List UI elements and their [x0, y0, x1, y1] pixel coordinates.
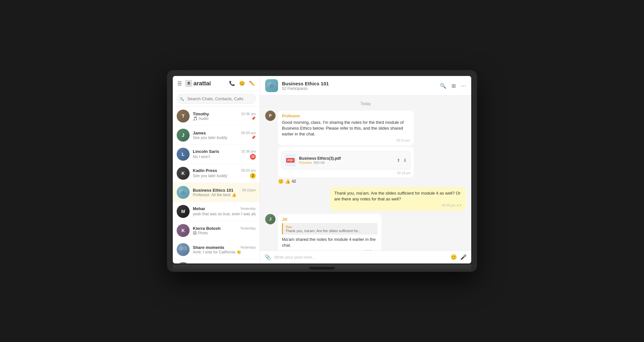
pin-icon: 📌	[251, 135, 256, 140]
chat-avatar: T	[177, 110, 190, 123]
chat-list-item[interactable]: L Lincoln Saris 10:36 am No I won't 16	[173, 145, 260, 164]
emoji-input-icon[interactable]: 🙂	[451, 254, 457, 260]
logo: 🖹 arattai	[185, 80, 211, 87]
pdf-icon: PDF	[285, 154, 296, 166]
message-bubble-group: Professor Good morning, class. I'm shari…	[278, 111, 414, 184]
preview-text: Professor: All the best 👍	[193, 193, 236, 197]
chat-time: 09:20 pm	[241, 168, 256, 172]
chat-name-row: Business Ethics 101 09:15am	[193, 188, 256, 193]
date-divider: Today	[265, 102, 466, 106]
main-chat: Business Ethics 101 52 Participants 🔍 ⊞ …	[260, 76, 471, 263]
chat-preview: See you later buddy 2	[193, 173, 256, 179]
chat-list-item[interactable]: K Kadin Press 09:20 pm See you later bud…	[173, 164, 260, 183]
chat-list-item[interactable]: Business Ethics 101 09:15am Professor: A…	[173, 183, 260, 202]
chat-name-row: Timothy 10:36 am	[193, 112, 256, 116]
search-chat-icon[interactable]: 🔍	[440, 83, 446, 89]
chat-list-item[interactable]: K Kierra Botosh Yesterday I love yellow,…	[173, 259, 260, 263]
quoted-text: Thank you, ma'am. Are the slides suffici…	[286, 229, 375, 233]
chat-info: Business Ethics 101 09:15am Professor: A…	[193, 188, 256, 197]
svg-point-10	[269, 84, 274, 89]
chat-info: Lincoln Saris 10:36 am No I won't 16	[193, 149, 256, 160]
chat-time: 10:36 am	[241, 112, 256, 116]
chat-name-row: Lincoln Saris 10:36 am	[193, 149, 256, 154]
message-input[interactable]	[274, 255, 447, 260]
chat-avatar: M	[177, 205, 190, 218]
pdf-attachment: PDF Business Ethics(3).pdf Preview 800 k…	[281, 151, 410, 169]
chat-indicators: 2	[250, 173, 256, 179]
grid-icon[interactable]: ⊞	[452, 83, 456, 89]
pdf-preview-link[interactable]: Preview	[299, 161, 312, 165]
chat-list-item[interactable]: T Timothy 10:36 am 🎵 Audio 📌	[173, 107, 260, 126]
chat-preview: 🎵 Audio 📌	[193, 116, 256, 121]
message-avatar: P	[265, 111, 275, 121]
chat-name: Lincoln Saris	[193, 149, 219, 154]
chat-name-row: James 09:20 pm	[193, 131, 256, 135]
chat-name: Business Ethics 101	[193, 188, 234, 193]
chat-info: Kadin Press 09:20 pm See you later buddy…	[193, 168, 256, 179]
quoted-sender: You	[286, 225, 375, 229]
pin-icon: 📌	[251, 116, 256, 121]
chat-indicators: 📌	[251, 135, 256, 140]
chat-info: Mehar Yesterday yeah that was so true, e…	[193, 206, 256, 217]
preview-text: No I won't	[193, 155, 210, 159]
pdf-info: Business Ethics(3).pdf Preview 800 kB	[299, 156, 393, 165]
chat-name-row: Kierra Botosh Yesterday	[193, 226, 256, 231]
download-icon[interactable]: ⬇	[403, 158, 407, 163]
message-row: P Professor Good morning, class. I'm sha…	[265, 111, 466, 184]
pdf-actions: ⬆ ⬇	[397, 158, 407, 163]
chat-list-item[interactable]: M Mehar Yesterday yeah that was so true,…	[173, 202, 260, 221]
compose-icon[interactable]: ✏️	[249, 80, 255, 86]
outgoing-time: 09:45 pm ✓✓	[334, 203, 462, 208]
hamburger-icon[interactable]: ☰	[177, 80, 182, 87]
chat-time: 10:36 am	[241, 149, 256, 153]
outgoing-text: Thank you, ma'am. Are the slides suffici…	[334, 190, 462, 202]
reaction-add[interactable]: 🙂	[278, 179, 284, 184]
more-icon[interactable]: ⋯	[461, 83, 466, 89]
sidebar: ☰ 🖹 arattai 📞 😊 ✏️	[173, 76, 260, 263]
chat-preview: Amit: I vote for California 👏	[193, 250, 256, 254]
chat-avatar: L	[177, 148, 190, 161]
chat-indicators: 16	[250, 154, 256, 160]
chat-avatar: K	[177, 167, 190, 180]
mic-icon[interactable]: 🎤	[460, 254, 467, 260]
quoted-message: You Thank you, ma'am. Are the slides suf…	[282, 223, 378, 235]
chat-header-name: Business Ethics 101	[282, 81, 436, 86]
preview-text: 🖼 Photo	[193, 231, 208, 235]
pdf-filename: Business Ethics(3).pdf	[299, 156, 393, 161]
jill-message-row: J Jill You Thank you, ma'am. Are the sli…	[265, 214, 466, 251]
reaction-emoji: 👍	[285, 179, 290, 184]
attachment-time: 09:18 pm	[281, 171, 410, 175]
chat-info: Timothy 10:36 am 🎵 Audio 📌	[193, 112, 256, 121]
jill-bubble: Jill You Thank you, ma'am. Are the slide…	[278, 214, 381, 251]
laptop-notch	[309, 267, 335, 270]
chat-preview: yeah that was so true, even I was plan..…	[193, 211, 256, 217]
chat-time: Yesterday	[240, 207, 256, 210]
preview-text: yeah that was so true, even I was plan..…	[193, 212, 256, 216]
chat-time: 09:15am	[242, 188, 256, 192]
chat-preview: 🖼 Photo	[193, 231, 256, 235]
messages-area: Today P Professor Good morning, class. I…	[260, 96, 471, 251]
unread-badge: 16	[250, 154, 256, 160]
chat-name-row: Kadin Press 09:20 pm	[193, 168, 256, 173]
chat-avatar: J	[177, 129, 190, 142]
chat-list-item[interactable]: J James 09:20 pm See you later buddy 📌	[173, 126, 260, 145]
emoji-icon[interactable]: 😊	[239, 80, 245, 86]
app-container: ☰ 🖹 arattai 📞 😊 ✏️	[173, 76, 471, 263]
chat-info: James 09:20 pm See you later buddy 📌	[193, 131, 256, 140]
svg-point-3	[179, 246, 183, 251]
chat-list-item[interactable]: Share moments Yesterday Amit: I vote for…	[173, 240, 260, 259]
chat-preview: No I won't 16	[193, 154, 256, 160]
chat-info: Kierra Botosh Yesterday 🖼 Photo	[193, 226, 256, 235]
share-icon[interactable]: ⬆	[397, 158, 400, 163]
attach-icon[interactable]: 📎	[265, 254, 271, 260]
chat-header-actions: 🔍 ⊞ ⋯	[440, 83, 466, 89]
message-row-outgoing: Thank you, ma'am. Are the slides suffici…	[265, 187, 466, 211]
search-input[interactable]	[177, 94, 256, 104]
search-bar	[173, 91, 260, 107]
phone-icon[interactable]: 📞	[229, 80, 235, 86]
laptop-frame: ☰ 🖹 arattai 📞 😊 ✏️	[167, 70, 477, 272]
chat-time: 09:20 pm	[241, 131, 256, 135]
jill-bubble-group: Jill You Thank you, ma'am. Are the slide…	[278, 214, 381, 251]
message-attachment-bubble: PDF Business Ethics(3).pdf Preview 800 k…	[278, 147, 414, 177]
chat-list-item[interactable]: K Kierra Botosh Yesterday 🖼 Photo	[173, 221, 260, 240]
